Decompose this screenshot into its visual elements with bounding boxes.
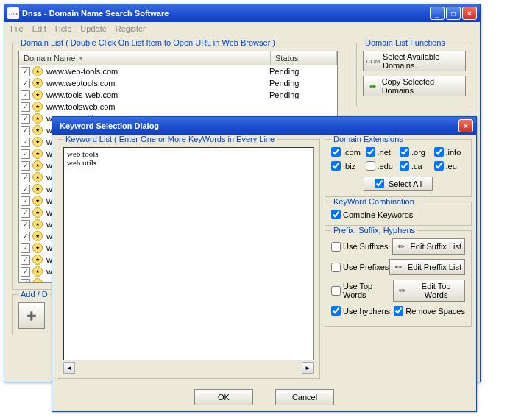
- row-checkbox[interactable]: ✓: [21, 255, 30, 265]
- table-row[interactable]: ✓★www.toolsweb.com: [19, 101, 337, 113]
- row-checkbox[interactable]: ✓: [21, 196, 30, 206]
- row-checkbox[interactable]: ✓: [21, 208, 30, 218]
- minimize-button[interactable]: _: [430, 7, 445, 20]
- main-title: Dnss - Domain Name Search Software: [22, 9, 428, 18]
- menu-help[interactable]: Help: [55, 24, 72, 33]
- row-checkbox[interactable]: ✓: [21, 232, 30, 241]
- pencil-icon: ✏: [393, 261, 405, 273]
- psh-group: Prefix, Suffix, Hyphens Use Suffixes ✏Ed…: [325, 230, 472, 327]
- sort-arrow-icon: ▼: [78, 55, 84, 62]
- combination-group: KeyWord Combination Combine Keywords: [325, 202, 472, 226]
- table-row[interactable]: ✓★www.web-tools.comPending: [19, 65, 337, 77]
- column-domain-name[interactable]: Domain Name ▼: [19, 51, 271, 65]
- domain-icon: ★: [32, 184, 43, 194]
- arrow-right-icon: ➡: [366, 79, 379, 93]
- row-checkbox[interactable]: ✓: [21, 161, 30, 171]
- dialog-title: Keyword Selection Dialog: [55, 121, 457, 130]
- domain-icon: ★: [32, 278, 43, 283]
- extension-checkbox[interactable]: .edu: [366, 161, 397, 171]
- extension-checkbox[interactable]: .org: [400, 147, 431, 157]
- select-all-checkbox[interactable]: [375, 179, 384, 188]
- extensions-group: Domain Extensions .com.net.org.info.biz.…: [325, 139, 472, 197]
- use-suffixes-checkbox[interactable]: Use Suffixes: [331, 242, 389, 252]
- domain-name-cell: www.toolsweb.com: [45, 102, 269, 111]
- status-cell: Pending: [269, 67, 336, 76]
- edit-prefix-button[interactable]: ✏Edit Preffix List: [389, 259, 465, 275]
- domain-icon: ★: [32, 137, 43, 147]
- add-button[interactable]: ➕: [18, 302, 45, 329]
- row-checkbox[interactable]: ✓: [21, 220, 30, 229]
- row-checkbox[interactable]: ✓: [21, 67, 30, 76]
- row-checkbox[interactable]: ✓: [21, 173, 30, 182]
- row-checkbox[interactable]: ✓: [21, 279, 30, 284]
- menu-file[interactable]: File: [10, 24, 24, 33]
- domain-name-cell: www.tools-web.com: [45, 90, 269, 99]
- row-checkbox[interactable]: ✓: [21, 243, 30, 253]
- row-checkbox[interactable]: ✓: [21, 185, 30, 194]
- domain-icon: ★: [32, 172, 43, 182]
- menu-edit[interactable]: Edit: [32, 24, 46, 33]
- use-top-words-checkbox[interactable]: Use Top Words: [331, 282, 393, 299]
- row-checkbox[interactable]: ✓: [21, 102, 30, 112]
- domain-icon: ★: [32, 102, 43, 112]
- domain-icon: ★: [32, 113, 43, 124]
- extension-checkbox[interactable]: .info: [434, 147, 466, 157]
- dialog-button-row: OK Cancel: [52, 383, 476, 411]
- domain-functions-group: Domain List Functions COM Select Availab…: [356, 43, 472, 107]
- ta-scroll-left-icon[interactable]: ◄: [63, 362, 75, 374]
- copy-selected-button[interactable]: ➡ Copy Selected Domains: [363, 76, 466, 96]
- domain-icon: ★: [32, 196, 43, 206]
- domain-list-legend: Domain List ( Double Click On List Item …: [18, 38, 277, 47]
- close-button[interactable]: ×: [462, 7, 477, 20]
- menu-update[interactable]: Update: [80, 24, 106, 33]
- remove-spaces-checkbox[interactable]: Remove Spaces: [394, 306, 465, 316]
- ok-button[interactable]: OK: [194, 389, 253, 405]
- status-cell: Pending: [269, 79, 336, 88]
- keyword-list-legend: Keyword List ( Enter One or More KeyWord…: [63, 135, 277, 143]
- add-delete-legend: Add / D: [18, 290, 50, 299]
- keyword-dialog: Keyword Selection Dialog × Keyword List …: [52, 116, 477, 412]
- menu-register[interactable]: Register: [116, 24, 146, 33]
- row-checkbox[interactable]: ✓: [21, 138, 30, 147]
- domain-icon: ★: [32, 266, 43, 277]
- add-plus-icon: ➕: [26, 311, 37, 321]
- row-checkbox[interactable]: ✓: [21, 114, 30, 124]
- table-row[interactable]: ✓★www.tools-web.comPending: [19, 89, 337, 101]
- row-checkbox[interactable]: ✓: [21, 126, 30, 135]
- domain-name-cell: www.webtools.com: [45, 79, 269, 88]
- domain-icon: ★: [32, 160, 43, 171]
- row-checkbox[interactable]: ✓: [21, 79, 30, 88]
- domain-icon: ★: [32, 90, 43, 100]
- ta-scroll-right-icon[interactable]: ►: [302, 362, 314, 374]
- domain-icon: ★: [32, 243, 43, 253]
- select-all-button[interactable]: Select All: [364, 177, 433, 191]
- extension-checkbox[interactable]: .biz: [331, 161, 363, 171]
- row-checkbox[interactable]: ✓: [21, 267, 30, 277]
- select-available-button[interactable]: COM Select Available Domains: [363, 51, 466, 71]
- keyword-textarea[interactable]: [63, 147, 314, 360]
- textarea-scrollbar[interactable]: ◄ ►: [63, 362, 314, 374]
- cancel-button[interactable]: Cancel: [275, 389, 334, 405]
- extension-checkbox[interactable]: .ca: [400, 161, 431, 171]
- dialog-titlebar[interactable]: Keyword Selection Dialog ×: [52, 117, 476, 135]
- main-titlebar[interactable]: cm Dnss - Domain Name Search Software _ …: [4, 4, 480, 22]
- row-checkbox[interactable]: ✓: [21, 149, 30, 159]
- edit-top-words-button[interactable]: ✏Edit Top Words: [393, 280, 465, 302]
- column-status[interactable]: Status: [271, 51, 337, 65]
- use-hyphens-checkbox[interactable]: Use hyphens: [331, 306, 390, 316]
- domain-icon: ★: [32, 125, 43, 135]
- dialog-close-button[interactable]: ×: [458, 119, 473, 132]
- row-checkbox[interactable]: ✓: [21, 90, 30, 100]
- pencil-icon: ✏: [396, 241, 408, 252]
- domain-icon: ★: [32, 255, 43, 265]
- use-prefixes-checkbox[interactable]: Use Prefixes: [331, 263, 389, 272]
- domain-icon: ★: [32, 231, 43, 241]
- table-row[interactable]: ✓★www.webtools.comPending: [19, 77, 337, 89]
- edit-suffix-button[interactable]: ✏Edit Suffix List: [392, 238, 466, 255]
- com-icon: COM: [366, 54, 380, 68]
- extension-checkbox[interactable]: .com: [331, 147, 363, 157]
- extension-checkbox[interactable]: .net: [366, 147, 397, 157]
- extension-checkbox[interactable]: .eu: [434, 161, 466, 171]
- combine-keywords-checkbox[interactable]: Combine Keywords: [331, 210, 465, 219]
- maximize-button[interactable]: □: [446, 7, 461, 20]
